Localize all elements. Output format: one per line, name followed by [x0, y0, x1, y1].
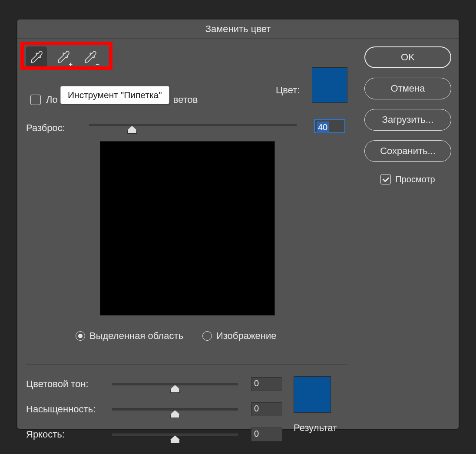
selection-preview [100, 141, 275, 316]
cancel-button[interactable]: Отмена [364, 78, 451, 99]
saturation-input[interactable]: 0 [251, 402, 282, 416]
fuzziness-slider-thumb[interactable] [127, 126, 137, 134]
separator [26, 364, 347, 365]
lightness-input[interactable]: 0 [251, 428, 282, 441]
radio-selection[interactable] [76, 331, 85, 341]
hue-slider-thumb[interactable] [170, 385, 180, 393]
eyedropper-tool[interactable] [26, 46, 47, 67]
eyedropper-minus-icon [83, 50, 97, 64]
left-panel: + − Инструмент "Пипетка" Ло ветов Цвет: … [17, 39, 356, 429]
saturation-slider[interactable] [112, 408, 238, 411]
local-color-clusters-label-right: ветов [173, 94, 198, 105]
preview-mode-radios: Выделенная область Изображение [76, 330, 277, 342]
result-label: Результат [294, 422, 337, 434]
fuzziness-value-text: 40 [317, 122, 329, 133]
eyedropper-toolbar: + − [26, 46, 101, 67]
fuzziness-label: Разброс: [26, 122, 65, 134]
hue-input[interactable]: 0 [251, 377, 282, 391]
selection-color-swatch[interactable] [312, 67, 347, 103]
dialog-content: + − Инструмент "Пипетка" Ло ветов Цвет: … [17, 39, 459, 429]
preview-label: Просмотр [395, 174, 435, 184]
dialog-title: Заменить цвет [17, 20, 459, 39]
saturation-label: Насыщенность: [26, 404, 112, 415]
eyedropper-plus-icon [56, 50, 70, 64]
radio-image-label: Изображение [216, 330, 277, 342]
lightness-label: Яркость: [26, 429, 112, 440]
local-color-clusters-label-left: Ло [46, 94, 58, 105]
fuzziness-input[interactable]: 40 [314, 119, 345, 133]
right-panel: OK Отмена Загрузить... Сохранить... Прос… [362, 46, 453, 184]
ok-button[interactable]: OK [364, 46, 451, 68]
lightness-slider-thumb[interactable] [170, 435, 180, 443]
preview-checkbox[interactable] [380, 174, 391, 184]
replace-color-dialog: Заменить цвет + [17, 19, 459, 429]
eyedropper-tooltip: Инструмент "Пипетка" [60, 86, 169, 104]
save-button[interactable]: Сохранить... [364, 140, 451, 162]
fuzziness-slider-track[interactable] [89, 124, 297, 126]
color-label: Цвет: [276, 85, 300, 96]
hue-slider[interactable] [112, 383, 238, 385]
local-color-clusters-checkbox[interactable] [30, 95, 41, 105]
result-color-swatch[interactable] [294, 376, 331, 413]
radio-image[interactable] [202, 331, 212, 341]
load-button[interactable]: Загрузить... [364, 109, 451, 131]
eyedropper-add-tool[interactable]: + [53, 46, 74, 67]
eyedropper-subtract-tool[interactable]: − [80, 46, 101, 67]
lightness-slider[interactable] [112, 433, 238, 436]
radio-selection-label: Выделенная область [89, 330, 183, 342]
hue-label: Цветовой тон: [26, 378, 112, 390]
preview-toggle-row: Просмотр [380, 174, 435, 184]
eyedropper-icon [30, 50, 43, 64]
plus-icon: + [69, 60, 73, 68]
saturation-slider-thumb[interactable] [170, 410, 180, 418]
minus-icon: − [96, 60, 99, 68]
